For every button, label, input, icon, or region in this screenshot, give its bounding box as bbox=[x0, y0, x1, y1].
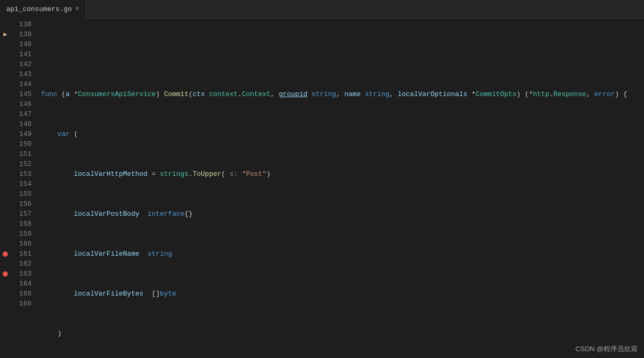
bp-row bbox=[0, 39, 11, 49]
bp-row bbox=[0, 269, 11, 279]
code-content: func (a *ConsumersApiService) Commit(ctx… bbox=[37, 18, 644, 358]
line-number: 141 bbox=[11, 49, 32, 59]
line-number: 161 bbox=[11, 249, 32, 259]
code-line-145: ) bbox=[41, 329, 644, 339]
line-number: 152 bbox=[11, 159, 32, 169]
bp-row bbox=[0, 89, 11, 99]
line-number: 144 bbox=[11, 79, 32, 89]
bp-row bbox=[0, 279, 11, 289]
code-line-138 bbox=[41, 49, 644, 59]
line-number: 148 bbox=[11, 119, 32, 129]
bp-row bbox=[0, 159, 11, 169]
bp-row: ▶ bbox=[0, 29, 11, 39]
bp-row bbox=[0, 149, 11, 159]
bp-row bbox=[0, 259, 11, 269]
line-number: 165 bbox=[11, 289, 32, 299]
code-area: ▶ bbox=[0, 18, 644, 358]
line-number: 157 bbox=[11, 209, 32, 219]
bp-row bbox=[0, 249, 11, 259]
tab-close-button[interactable]: × bbox=[75, 5, 79, 13]
code-line-142: localVarPostBody interface{} bbox=[41, 209, 644, 219]
bp-row bbox=[0, 169, 11, 179]
line-numbers: 138 139 140 141 142 143 144 145 146 147 … bbox=[11, 18, 37, 358]
line-number: 138 bbox=[11, 19, 32, 29]
line-number: 154 bbox=[11, 179, 32, 189]
bp-row bbox=[0, 59, 11, 69]
bp-row bbox=[0, 99, 11, 109]
line-number: 159 bbox=[11, 229, 32, 239]
bp-row bbox=[0, 79, 11, 89]
line-number: 164 bbox=[11, 279, 32, 289]
bp-row bbox=[0, 129, 11, 139]
bp-row bbox=[0, 119, 11, 129]
editor-tab[interactable]: api_consumers.go × bbox=[0, 0, 86, 18]
bp-row bbox=[0, 209, 11, 219]
execution-arrow: ▶ bbox=[3, 30, 7, 38]
editor-container: api_consumers.go × ▶ bbox=[0, 0, 644, 358]
line-number: 139 bbox=[11, 29, 32, 39]
code-line-140: var ( bbox=[41, 129, 644, 139]
code-line-144: localVarFileBytes []byte bbox=[41, 289, 644, 299]
line-number: 140 bbox=[11, 39, 32, 49]
bp-row bbox=[0, 219, 11, 229]
tab-label: api_consumers.go bbox=[6, 5, 72, 13]
line-number: 155 bbox=[11, 189, 32, 199]
line-number: 147 bbox=[11, 109, 32, 119]
line-number: 142 bbox=[11, 59, 32, 69]
line-number: 151 bbox=[11, 149, 32, 159]
bp-row bbox=[0, 49, 11, 59]
bp-row bbox=[0, 189, 11, 199]
line-number: 143 bbox=[11, 69, 32, 79]
line-number: 158 bbox=[11, 219, 32, 229]
breakpoint-dot bbox=[3, 271, 8, 277]
bp-row bbox=[0, 199, 11, 209]
bp-row bbox=[0, 299, 11, 309]
bp-row bbox=[0, 289, 11, 299]
line-number: 146 bbox=[11, 99, 32, 109]
bp-row bbox=[0, 179, 11, 189]
line-number: 156 bbox=[11, 199, 32, 209]
bp-row bbox=[0, 109, 11, 119]
code-line-141: localVarHttpMethod = strings.ToUpper( s:… bbox=[41, 169, 644, 179]
line-number: 150 bbox=[11, 139, 32, 149]
code-line-143: localVarFileName string bbox=[41, 249, 644, 259]
tab-bar: api_consumers.go × bbox=[0, 0, 644, 18]
breakpoint-dot bbox=[3, 251, 8, 257]
code-line-139: func (a *ConsumersApiService) Commit(ctx… bbox=[41, 89, 644, 99]
line-number: 166 bbox=[11, 299, 32, 309]
bp-row bbox=[0, 239, 11, 249]
line-number: 162 bbox=[11, 259, 32, 269]
watermark: CSDN @程序员欣宸 bbox=[575, 344, 638, 354]
line-number: 153 bbox=[11, 169, 32, 179]
bp-row bbox=[0, 19, 11, 29]
line-number: 163 bbox=[11, 269, 32, 279]
line-number: 160 bbox=[11, 239, 32, 249]
breakpoint-column: ▶ bbox=[0, 18, 11, 358]
bp-row bbox=[0, 229, 11, 239]
bp-row bbox=[0, 139, 11, 149]
bp-row bbox=[0, 69, 11, 79]
line-number: 149 bbox=[11, 129, 32, 139]
line-number: 145 bbox=[11, 89, 32, 99]
